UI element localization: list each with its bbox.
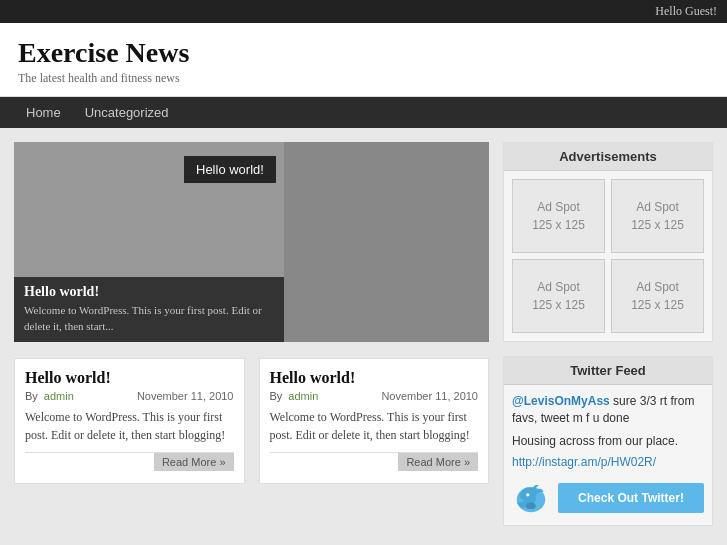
post-date-1: November 11, 2010	[137, 390, 234, 402]
twitter-button[interactable]: Check Out Twitter!	[558, 483, 704, 513]
svg-point-1	[526, 494, 529, 497]
post-author-1[interactable]: admin	[44, 390, 74, 402]
svg-point-2	[526, 503, 536, 509]
ads-grid: Ad Spot125 x 125 Ad Spot125 x 125 Ad Spo…	[512, 179, 704, 333]
featured-overlay-title: Hello world!	[184, 156, 276, 183]
ads-widget-body: Ad Spot125 x 125 Ad Spot125 x 125 Ad Spo…	[504, 171, 712, 341]
greeting-text: Hello Guest!	[655, 4, 717, 18]
post-meta-2: By admin November 11, 2010	[270, 390, 479, 402]
post-by-2: By	[270, 390, 283, 402]
nav-item-home[interactable]: Home	[14, 97, 73, 128]
featured-caption-text: Welcome to WordPress. This is your first…	[24, 303, 274, 334]
ad-spot-1[interactable]: Ad Spot125 x 125	[512, 179, 605, 253]
post-card-1: Hello world! By admin November 11, 2010 …	[14, 358, 245, 484]
main-wrapper: Hello world! Hello world! Welcome to Wor…	[0, 128, 727, 545]
twitter-text2: Housing across from our place.	[512, 433, 704, 450]
featured-caption: Hello world! Welcome to WordPress. This …	[14, 277, 284, 342]
post-by-1: By	[25, 390, 38, 402]
post-excerpt-1: Welcome to WordPress. This is your first…	[25, 408, 234, 444]
site-header: Exercise News The latest health and fitn…	[0, 23, 727, 97]
featured-area: Hello world! Hello world! Welcome to Wor…	[14, 142, 489, 342]
posts-row: Hello world! By admin November 11, 2010 …	[14, 358, 489, 484]
nav-item-uncategorized[interactable]: Uncategorized	[73, 97, 181, 128]
content-area: Hello world! Hello world! Welcome to Wor…	[14, 142, 489, 540]
ads-widget-title: Advertisements	[504, 143, 712, 171]
twitter-widget-body: @LevisOnMyAss sure 3/3 rt from favs, twe…	[504, 385, 712, 525]
post-title-2: Hello world!	[270, 369, 479, 387]
site-title: Exercise News	[18, 37, 709, 69]
ads-widget: Advertisements Ad Spot125 x 125 Ad Spot1…	[503, 142, 713, 342]
featured-caption-title: Hello world!	[24, 284, 274, 300]
post-card-2: Hello world! By admin November 11, 2010 …	[259, 358, 490, 484]
ad-spot-4[interactable]: Ad Spot125 x 125	[611, 259, 704, 333]
top-bar: Hello Guest!	[0, 0, 727, 23]
post-excerpt-2: Welcome to WordPress. This is your first…	[270, 408, 479, 444]
read-more-button-1[interactable]: Read More »	[154, 453, 234, 471]
twitter-handle[interactable]: @LevisOnMyAss	[512, 394, 610, 408]
ad-spot-2[interactable]: Ad Spot125 x 125	[611, 179, 704, 253]
post-date-2: November 11, 2010	[381, 390, 478, 402]
twitter-widget-title: Twitter Feed	[504, 357, 712, 385]
post-meta-1: By admin November 11, 2010	[25, 390, 234, 402]
twitter-tweet: @LevisOnMyAss sure 3/3 rt from favs, twe…	[512, 393, 704, 427]
post-author-2[interactable]: admin	[288, 390, 318, 402]
twitter-widget: Twitter Feed @LevisOnMyAss sure 3/3 rt f…	[503, 356, 713, 526]
read-more-button-2[interactable]: Read More »	[398, 453, 478, 471]
sidebar: Advertisements Ad Spot125 x 125 Ad Spot1…	[503, 142, 713, 540]
twitter-bird-icon	[512, 479, 550, 517]
site-tagline: The latest health and fitness news	[18, 71, 709, 86]
twitter-link[interactable]: http://instagr.am/p/HW02R/	[512, 455, 704, 469]
twitter-footer: Check Out Twitter!	[512, 479, 704, 517]
post-title-1: Hello world!	[25, 369, 234, 387]
main-nav: Home Uncategorized	[0, 97, 727, 128]
ad-spot-3[interactable]: Ad Spot125 x 125	[512, 259, 605, 333]
